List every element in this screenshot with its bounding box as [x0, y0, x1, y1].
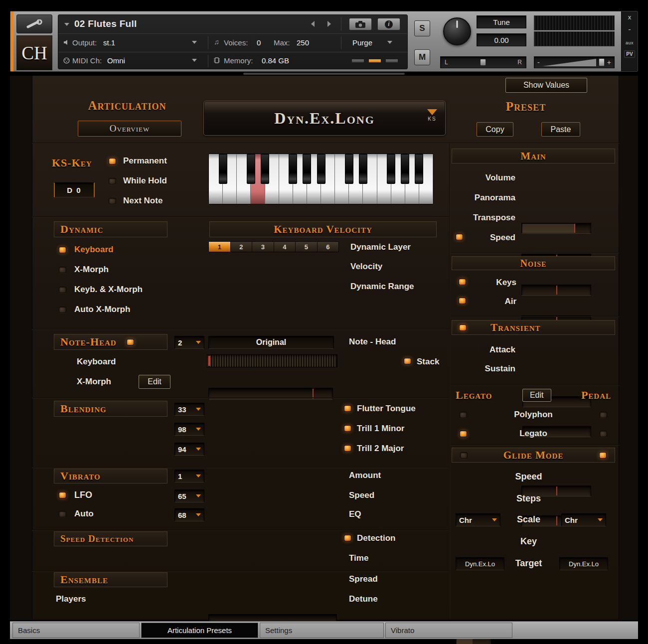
glide-target-left-box[interactable]: Dyn.Ex.Lo	[456, 557, 504, 570]
vibrato-eq-dropdown[interactable]: 68	[174, 508, 204, 521]
polyphon-left-led[interactable]	[460, 412, 467, 418]
lfo-led[interactable]	[59, 492, 66, 498]
preset-copy-button[interactable]: Copy	[477, 122, 513, 137]
polyphon-right-led[interactable]	[600, 412, 607, 418]
glide-scale-left-dropdown[interactable]: Chr	[456, 513, 500, 526]
dynamic-auto-xmorph-led[interactable]	[59, 307, 66, 313]
layer-button-1[interactable]: 1	[209, 242, 231, 252]
mute-button[interactable]: M	[414, 49, 430, 65]
ks-option-next-note[interactable]: Next Note	[109, 194, 208, 207]
purge-dropdown-caret[interactable]	[387, 41, 392, 44]
dynamic-option-keyb-xmorph[interactable]: Keyb. & X-Morph	[59, 283, 188, 296]
ks-dropdown[interactable]: KS	[422, 109, 442, 122]
edit-wrench-button[interactable]	[16, 14, 52, 33]
legato-right-led[interactable]	[600, 431, 607, 437]
vibrato-lfo-option[interactable]: LFO	[59, 488, 129, 501]
next-note-led[interactable]	[109, 198, 116, 204]
black-key[interactable]	[345, 154, 353, 184]
note-head-count-dropdown[interactable]: 2	[174, 336, 204, 349]
articulation-display[interactable]: Dyn.Ex.Long KS	[203, 101, 446, 136]
black-key[interactable]	[359, 154, 367, 184]
volume-plus[interactable]: +	[607, 58, 611, 66]
instrument-collapse-caret[interactable]	[64, 23, 69, 26]
legato-left-led[interactable]	[460, 431, 467, 437]
velocity-slider[interactable]	[207, 354, 337, 367]
pv-button[interactable]: PV	[624, 50, 635, 58]
midi-channel-value[interactable]: Omni	[107, 56, 125, 65]
preset-paste-button[interactable]: Paste	[541, 122, 580, 137]
volume-handle[interactable]	[599, 58, 605, 66]
main-volume-slider[interactable]	[521, 223, 591, 234]
vibrato-speed-dropdown[interactable]: 65	[174, 489, 204, 502]
volume-slider[interactable]: - +	[534, 56, 615, 68]
black-key[interactable]	[317, 154, 325, 184]
black-key[interactable]	[387, 154, 395, 184]
tab-vibrato[interactable]: Vibrato	[385, 623, 512, 638]
glide-target-right-box[interactable]: Dyn.Ex.Lo	[559, 557, 608, 570]
dynamic-option-keyboard[interactable]: Keyboard	[59, 243, 188, 256]
noise-keys-led[interactable]	[459, 279, 466, 285]
rack-scrollbar[interactable]	[243, 73, 405, 75]
max-voices-value[interactable]: 250	[297, 38, 309, 47]
detection-led[interactable]	[344, 535, 351, 541]
layer-button-2[interactable]: 2	[231, 242, 253, 252]
black-key[interactable]	[401, 154, 409, 184]
dynamic-option-xmorph[interactable]: X-Morph	[59, 263, 188, 276]
layer-button-4[interactable]: 4	[274, 242, 296, 252]
auto-led[interactable]	[59, 511, 66, 517]
stack-led[interactable]	[404, 358, 411, 364]
blending-row1-dropdown[interactable]: 33	[174, 403, 204, 416]
glide-scale-right-dropdown[interactable]: Chr	[561, 513, 606, 526]
blending-row2-dropdown[interactable]: 98	[174, 423, 204, 436]
while-hold-led[interactable]	[109, 178, 116, 184]
glide-right-led[interactable]	[599, 452, 607, 459]
vibrato-auto-option[interactable]: Auto	[59, 507, 129, 520]
ks-option-permanent[interactable]: Permanent	[109, 155, 208, 167]
vibrato-amount-dropdown[interactable]: 1	[174, 470, 204, 483]
dynamic-keyb-xmorph-led[interactable]	[59, 287, 66, 293]
ks-keyboard[interactable]	[208, 154, 434, 204]
close-button[interactable]: x	[628, 13, 632, 21]
trill-1-minor-led[interactable]	[344, 425, 351, 432]
overview-button[interactable]: Overview	[78, 121, 181, 137]
trill-2-major-led[interactable]	[344, 445, 351, 452]
tab-settings[interactable]: Settings	[260, 623, 384, 638]
note-head-led[interactable]	[127, 339, 134, 345]
tab-basics[interactable]: Basics	[12, 623, 140, 638]
ks-option-while-hold[interactable]: While Hold	[109, 174, 208, 187]
info-button[interactable]: i	[377, 18, 400, 30]
purge-label[interactable]: Purge	[352, 38, 372, 47]
black-key[interactable]	[219, 154, 227, 184]
tune-value-box[interactable]: 0.00	[477, 33, 526, 46]
black-key[interactable]	[415, 154, 423, 184]
black-key[interactable]	[247, 154, 255, 184]
noise-air-led[interactable]	[459, 298, 466, 304]
layer-button-5[interactable]: 5	[296, 242, 318, 252]
note-head-display[interactable]: Original	[208, 336, 334, 349]
tune-knob[interactable]	[443, 17, 471, 45]
ks-key-value-box[interactable]: D 0	[54, 182, 95, 197]
flutter-tongue-led[interactable]	[344, 405, 351, 412]
legato-edit-button[interactable]: Edit	[522, 389, 551, 402]
pan-slider[interactable]: L R	[440, 56, 526, 68]
minimize-button[interactable]: -	[629, 25, 631, 33]
black-key[interactable]	[289, 154, 297, 184]
prev-instrument-button[interactable]	[311, 21, 315, 27]
snapshot-camera-button[interactable]	[349, 18, 372, 30]
output-value[interactable]: st.1	[103, 38, 115, 47]
volume-minus[interactable]: -	[537, 58, 540, 66]
dynamic-keyboard-led[interactable]	[59, 247, 66, 253]
pan-handle[interactable]	[480, 59, 486, 66]
midi-dropdown-caret[interactable]	[192, 59, 197, 62]
tab-articulation-presets[interactable]: Articulation Presets	[141, 623, 258, 638]
glide-left-led[interactable]	[460, 452, 468, 459]
black-key[interactable]	[303, 154, 311, 184]
layer-button-6[interactable]: 6	[318, 242, 339, 252]
transpose-slider[interactable]	[521, 285, 591, 296]
permanent-led[interactable]	[109, 158, 116, 164]
transient-led[interactable]	[459, 324, 467, 331]
aux-button[interactable]: aux	[626, 40, 634, 45]
output-dropdown-caret[interactable]	[192, 41, 197, 44]
layer-button-3[interactable]: 3	[252, 242, 274, 252]
dynamic-xmorph-led[interactable]	[59, 267, 66, 273]
